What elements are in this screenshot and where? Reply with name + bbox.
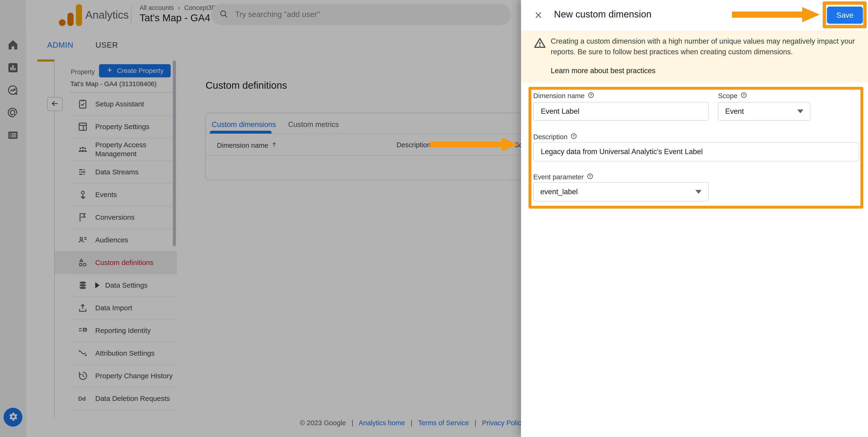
svg-text:?: ? [743,93,745,97]
svg-text:?: ? [573,134,575,138]
dimension-name-input[interactable] [540,107,702,116]
close-icon [533,17,544,21]
ga4-admin-app: Analytics All accounts › Concept3D Sandb… [0,0,868,437]
modal-dim-overlay [0,0,521,437]
dialog-title: New custom dimension [554,9,652,20]
dimension-name-label: Dimension name ? [533,92,594,100]
close-icon[interactable] [533,10,544,20]
svg-text:?: ? [589,174,591,178]
warning-icon [534,37,546,49]
scope-select[interactable]: Event [718,102,810,121]
event-parameter-label: Event parameter ? [533,173,594,181]
description-input[interactable] [540,147,852,156]
learn-more-link[interactable]: Learn more about best practices [551,66,656,75]
help-icon[interactable]: ? [587,92,594,100]
new-custom-dimension-panel: New custom dimension Save Creating a cus… [521,0,868,437]
scope-label: Scope ? [718,92,747,100]
help-icon[interactable]: ? [740,92,747,100]
description-field[interactable] [533,142,859,162]
dropdown-caret-icon [695,190,702,194]
save-button[interactable]: Save [827,7,863,24]
dimension-name-field[interactable] [533,102,709,121]
warning-text: Creating a custom dimension with a high … [551,36,867,57]
event-parameter-select[interactable]: event_label [533,182,709,202]
svg-text:?: ? [590,93,592,97]
description-label: Description ? [533,133,577,141]
dropdown-caret-icon [797,110,803,113]
warning-banner: Creating a custom dimension with a high … [521,31,868,82]
help-icon[interactable]: ? [570,133,577,141]
help-icon[interactable]: ? [587,173,594,181]
